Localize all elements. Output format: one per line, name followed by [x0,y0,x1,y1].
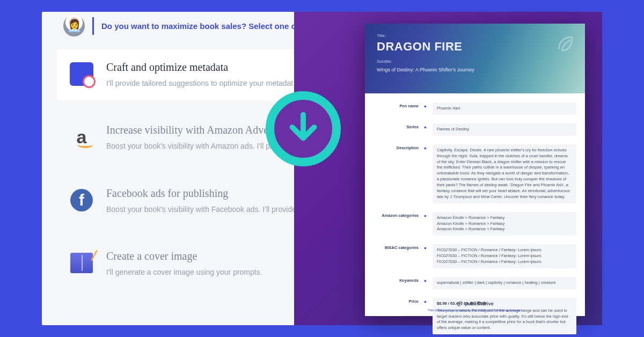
download-button[interactable] [266,91,341,166]
facebook-icon: f [69,187,94,213]
option-metadata[interactable]: Craft and optimize metadata I'll provide… [57,49,330,100]
metadata-icon [69,61,94,87]
diamond-icon: ◆ [424,244,428,268]
doc-row-keywords: Keywords ◆ supernatural | shifter | dark… [374,273,576,293]
doc-title-label: Title: [377,33,573,38]
publishdrive-logo-icon [555,33,575,54]
amazon-icon: a [69,124,94,150]
diamond-icon: ◆ [424,144,428,203]
option-desc: Boost your book's visibility with Facebo… [106,204,316,215]
doc-row-bisac-categories: BISAC categories ◆ FIC027030 – FICTION /… [374,240,576,272]
assistant-avatar: 👩‍💼 [63,15,85,36]
footer-note: This document was created by PublishDriv… [365,309,585,312]
doc-title: DRAGON FIRE [377,40,573,54]
option-title: Facebook ads for publishing [106,187,316,200]
doc-subtitle: Wings of Destiny: A Phoenix Shifter's Jo… [377,67,573,72]
diamond-icon: ◆ [424,212,428,236]
doc-subtitle-label: Subtitle: [377,59,573,64]
document-preview-stage: Title: DRAGON FIRE Subtitle: Wings of De… [294,12,602,325]
diamond-icon: ◆ [424,123,428,136]
metadata-document: Title: DRAGON FIRE Subtitle: Wings of De… [365,24,585,316]
option-title: Craft and optimize metadata [106,61,316,74]
diamond-icon: ◆ [424,277,428,289]
footer-brand: publishdrive [365,301,585,307]
doc-row-series: Series ◆ Flames of Destiny [374,120,576,140]
option-desc: I'll provide tailored suggestions to opt… [106,78,316,89]
option-title: Create a cover image [106,250,316,262]
doc-row-pen-name: Pen name ◆ Phoenix Hart [374,99,576,119]
doc-footer: publishdrive This document was created b… [365,301,585,312]
option-desc: I'll generate a cover image using your p… [106,267,316,277]
doc-row-description: Description ◆ Captivity. Escape. Desire.… [374,141,576,207]
option-cover-image[interactable]: Create a cover image I'll generate a cov… [57,238,330,289]
publishdrive-mark-icon [456,301,463,307]
doc-row-amazon-categories: Amazon categories ◆ Amazon Kindle > Roma… [374,208,576,240]
option-facebook-ads[interactable]: f Facebook ads for publishing Boost your… [57,175,330,226]
cover-book-icon [69,250,94,276]
download-arrow-icon [284,110,322,148]
diamond-icon: ◆ [424,102,428,115]
doc-header: Title: DRAGON FIRE Subtitle: Wings of De… [365,24,585,93]
